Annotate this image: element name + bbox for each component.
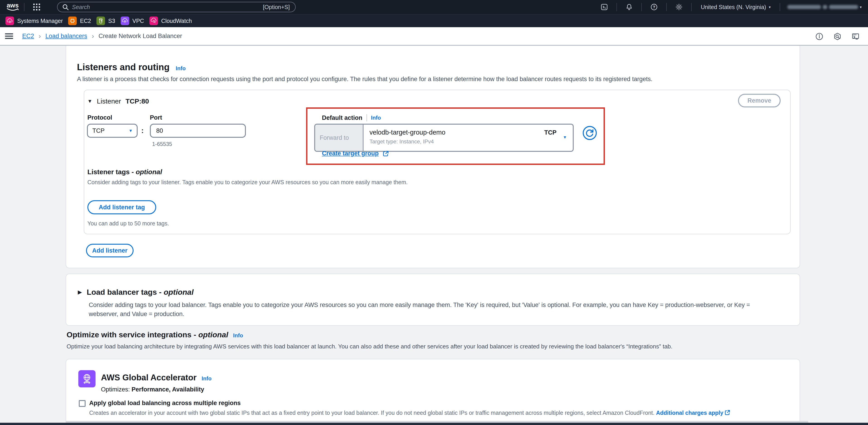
ec2-icon — [68, 17, 77, 25]
aws-smile-icon — [7, 8, 19, 11]
global-load-balancing-checkbox[interactable] — [79, 400, 86, 407]
services-grid-icon[interactable] — [29, 4, 44, 10]
load-balancer-tags-card: ▶ Load balancer tags - optional Consider… — [66, 274, 800, 326]
help-icon[interactable]: ? — [646, 3, 662, 11]
port-range-hint: 1-65535 — [152, 141, 172, 147]
additional-charges-link[interactable]: Additional charges apply — [656, 409, 723, 416]
breadcrumb-current-page: Create Network Load Balancer — [98, 33, 182, 40]
optimizes-line: Optimizes: Performance, Availability — [101, 386, 204, 393]
optimize-section-description: Optimize your load balancing architectur… — [67, 343, 672, 350]
target-group-name: velodb-target-group-demo — [370, 129, 573, 136]
default-action-info-link[interactable]: Info — [371, 115, 381, 121]
favorite-systems-manager[interactable]: Systems Manager — [5, 17, 63, 25]
region-label: United States (N. Virginia) — [701, 4, 766, 10]
checkbox-description: Creates an accelerator in your account w… — [89, 409, 730, 416]
tags-remaining-text: You can add up to 50 more tags. — [87, 220, 169, 227]
aws-logo[interactable]: aws — [6, 3, 20, 11]
favorite-s3[interactable]: S3 — [96, 17, 115, 25]
account-menu[interactable]: ▾ — [787, 5, 862, 9]
add-listener-tag-button[interactable]: Add listener tag — [87, 200, 156, 214]
aws-console-page: aws Search [Option+S] ? — [0, 0, 868, 425]
default-action-label: Default action — [322, 114, 363, 121]
create-target-group-link[interactable]: Create target group — [322, 150, 389, 157]
nav-divider — [24, 3, 25, 11]
breadcrumb-separator: › — [39, 32, 41, 40]
listeners-info-link[interactable]: Info — [176, 65, 186, 72]
vpc-icon — [121, 17, 129, 25]
port-input[interactable]: 80 — [150, 124, 246, 138]
open-cloudshell-panel-icon[interactable] — [851, 32, 860, 41]
s3-icon — [96, 17, 105, 25]
amazon-q-icon[interactable] — [833, 32, 842, 41]
refresh-icon — [582, 125, 597, 140]
search-placeholder: Search — [72, 4, 263, 10]
select-caret-icon: ▼ — [563, 135, 567, 140]
global-accelerator-title: AWS Global Accelerator Info — [101, 373, 212, 382]
protocol-select[interactable]: TCP ▼ — [87, 124, 138, 138]
optimize-section-title: Optimize with service integrations - opt… — [67, 330, 243, 339]
favorites-bar: Systems Manager EC2 S3 VPC CloudWatch — [0, 14, 868, 27]
breadcrumb-separator: › — [92, 32, 94, 40]
protocol-label: Protocol — [87, 114, 112, 121]
load-balancer-tags-description: Consider adding tags to your load balanc… — [89, 301, 777, 318]
horizontal-scrollbar[interactable] — [66, 421, 808, 423]
page-content: Listeners and routing Info A listener is… — [0, 46, 868, 425]
section-title: Listeners and routing Info — [77, 62, 186, 72]
external-link-icon — [725, 410, 730, 415]
refresh-target-groups-button[interactable] — [582, 125, 597, 140]
breadcrumb-bar: EC2 › Load balancers › Create Network Lo… — [0, 27, 868, 46]
info-panel-icon[interactable] — [815, 32, 824, 41]
port-separator: : — [141, 126, 144, 135]
remove-listener-button[interactable]: Remove — [738, 94, 781, 107]
port-label: Port — [150, 114, 162, 121]
target-group-detail: Target type: Instance, IPv4 — [370, 138, 573, 145]
side-menu-hamburger-icon[interactable] — [5, 32, 13, 40]
favorite-ec2[interactable]: EC2 — [68, 17, 91, 25]
target-group-select[interactable]: Forward to velodb-target-group-demo Targ… — [314, 124, 574, 152]
label-divider — [367, 114, 367, 121]
top-navigation-bar: aws Search [Option+S] ? — [0, 0, 868, 14]
listener-card: ▼ Listener TCP:80 Remove Protocol TCP ▼ … — [84, 90, 790, 234]
listeners-and-routing-panel: Listeners and routing Info A listener is… — [66, 46, 800, 268]
console-footer-edge — [0, 423, 868, 425]
search-icon — [62, 4, 69, 10]
notifications-bell-icon[interactable] — [621, 3, 637, 11]
forward-to-prefix: Forward to — [315, 124, 364, 151]
account-name-redacted — [787, 5, 821, 9]
cloudwatch-icon — [149, 17, 158, 25]
global-accelerator-card: AWS Global Accelerator Info Optimizes: P… — [66, 359, 800, 425]
favorite-cloudwatch[interactable]: CloudWatch — [149, 17, 192, 25]
checkbox-label: Apply global load balancing across multi… — [89, 400, 241, 407]
listener-tags-description: Consider adding tags to your listener. T… — [87, 179, 408, 186]
global-accelerator-info-link[interactable]: Info — [202, 375, 212, 381]
region-selector[interactable]: United States (N. Virginia) ▾ — [701, 4, 771, 10]
optimize-info-link[interactable]: Info — [233, 332, 243, 338]
breadcrumb: EC2 › Load balancers › Create Network Lo… — [22, 32, 182, 40]
expander-caret-down-icon[interactable]: ▼ — [87, 98, 92, 104]
search-input[interactable]: Search [Option+S] — [57, 2, 296, 12]
search-shortcut: [Option+S] — [263, 4, 290, 10]
favorite-vpc[interactable]: VPC — [121, 17, 144, 25]
breadcrumb-load-balancers-link[interactable]: Load balancers — [45, 33, 87, 40]
listener-tags-title: Listener tags - optional — [87, 168, 162, 176]
breadcrumb-ec2-link[interactable]: EC2 — [22, 33, 34, 40]
listener-expander-label[interactable]: Listener — [97, 97, 121, 105]
chevron-down-icon: ▾ — [769, 5, 771, 9]
external-link-icon — [383, 151, 389, 157]
svg-text:?: ? — [653, 5, 655, 9]
systems-manager-icon — [5, 17, 14, 25]
settings-gear-icon[interactable] — [671, 3, 687, 11]
section-description: A listener is a process that checks for … — [77, 76, 652, 83]
aws-logo-text: aws — [7, 3, 19, 8]
cloudshell-icon[interactable] — [596, 3, 612, 11]
listener-expander-value: TCP:80 — [126, 97, 149, 105]
expander-caret-right-icon: ▶ — [78, 289, 82, 295]
target-group-protocol: TCP — [544, 129, 556, 136]
load-balancer-tags-expander[interactable]: ▶ Load balancer tags - optional — [78, 288, 193, 296]
global-accelerator-icon — [78, 370, 96, 388]
select-caret-icon: ▼ — [129, 129, 133, 133]
add-listener-button[interactable]: Add listener — [86, 244, 133, 257]
chevron-down-icon: ▾ — [860, 5, 862, 9]
